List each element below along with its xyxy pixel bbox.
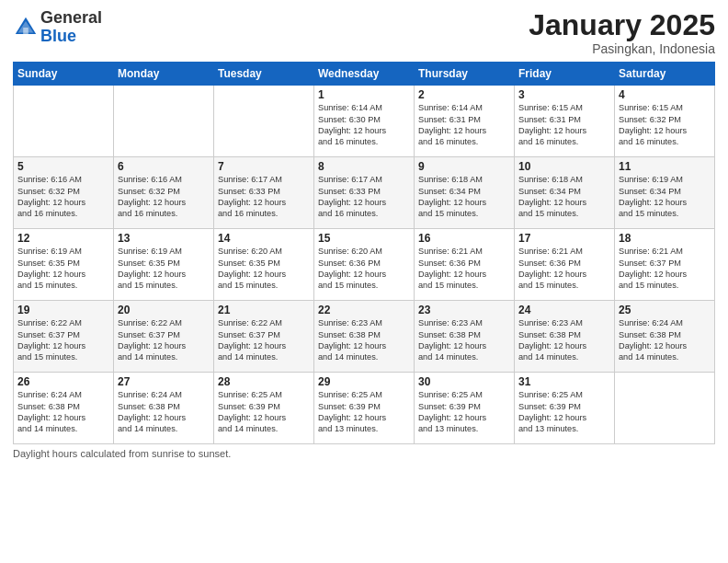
day-info: Sunrise: 6:22 AM Sunset: 6:37 PM Dayligh…	[218, 317, 310, 363]
day-info: Sunrise: 6:21 AM Sunset: 6:36 PM Dayligh…	[418, 246, 510, 292]
logo-general: General	[40, 9, 102, 28]
day-info: Sunrise: 6:15 AM Sunset: 6:32 PM Dayligh…	[619, 102, 711, 148]
day-info: Sunrise: 6:18 AM Sunset: 6:34 PM Dayligh…	[518, 174, 610, 220]
weekday-header-thursday: Thursday	[415, 63, 515, 86]
day-info: Sunrise: 6:25 AM Sunset: 6:39 PM Dayligh…	[218, 389, 310, 435]
day-info: Sunrise: 6:25 AM Sunset: 6:39 PM Dayligh…	[418, 389, 510, 435]
day-number: 16	[418, 232, 510, 245]
day-info: Sunrise: 6:23 AM Sunset: 6:38 PM Dayligh…	[518, 317, 610, 363]
day-number: 28	[218, 375, 310, 388]
day-number: 22	[318, 304, 410, 316]
day-number: 13	[118, 232, 210, 245]
calendar-week-2: 12Sunrise: 6:19 AM Sunset: 6:35 PM Dayli…	[14, 229, 715, 301]
day-number: 18	[619, 232, 711, 245]
calendar-week-3: 19Sunrise: 6:22 AM Sunset: 6:37 PM Dayli…	[14, 301, 715, 373]
day-info: Sunrise: 6:24 AM Sunset: 6:38 PM Dayligh…	[17, 389, 109, 435]
calendar-cell: 18Sunrise: 6:21 AM Sunset: 6:37 PM Dayli…	[615, 229, 715, 301]
calendar-cell: 12Sunrise: 6:19 AM Sunset: 6:35 PM Dayli…	[14, 229, 114, 301]
logo-icon	[13, 15, 39, 40]
day-info: Sunrise: 6:19 AM Sunset: 6:35 PM Dayligh…	[17, 246, 109, 292]
day-number: 12	[17, 232, 109, 245]
day-info: Sunrise: 6:24 AM Sunset: 6:38 PM Dayligh…	[619, 317, 711, 363]
day-number: 8	[318, 160, 410, 173]
logo: General Blue	[13, 9, 102, 46]
calendar-cell: 4Sunrise: 6:15 AM Sunset: 6:32 PM Daylig…	[615, 86, 715, 157]
calendar-cell: 14Sunrise: 6:20 AM Sunset: 6:35 PM Dayli…	[214, 229, 314, 301]
calendar-week-1: 5Sunrise: 6:16 AM Sunset: 6:32 PM Daylig…	[14, 157, 715, 229]
day-number: 1	[318, 88, 410, 101]
calendar-cell: 23Sunrise: 6:23 AM Sunset: 6:38 PM Dayli…	[415, 301, 515, 373]
calendar-cell: 16Sunrise: 6:21 AM Sunset: 6:36 PM Dayli…	[415, 229, 515, 301]
day-info: Sunrise: 6:25 AM Sunset: 6:39 PM Dayligh…	[318, 389, 410, 435]
calendar-cell: 9Sunrise: 6:18 AM Sunset: 6:34 PM Daylig…	[415, 157, 515, 229]
weekday-header-sunday: Sunday	[14, 63, 114, 86]
weekday-header-saturday: Saturday	[615, 63, 715, 86]
calendar-cell: 24Sunrise: 6:23 AM Sunset: 6:38 PM Dayli…	[515, 301, 615, 373]
footer-note: Daylight hours calculated from sunrise t…	[13, 448, 715, 459]
day-number: 6	[118, 160, 210, 173]
day-number: 25	[619, 304, 711, 316]
day-info: Sunrise: 6:17 AM Sunset: 6:33 PM Dayligh…	[218, 174, 310, 220]
calendar-cell: 26Sunrise: 6:24 AM Sunset: 6:38 PM Dayli…	[14, 373, 114, 444]
calendar-cell: 11Sunrise: 6:19 AM Sunset: 6:34 PM Dayli…	[615, 157, 715, 229]
day-number: 3	[518, 88, 610, 101]
weekday-header-friday: Friday	[515, 63, 615, 86]
calendar-cell	[14, 86, 114, 157]
month-title: January 2025	[529, 9, 715, 41]
calendar-cell: 3Sunrise: 6:15 AM Sunset: 6:31 PM Daylig…	[515, 86, 615, 157]
calendar-cell	[114, 86, 214, 157]
day-number: 9	[418, 160, 510, 173]
calendar-cell: 22Sunrise: 6:23 AM Sunset: 6:38 PM Dayli…	[314, 301, 415, 373]
location: Pasingkan, Indonesia	[529, 41, 715, 56]
day-info: Sunrise: 6:15 AM Sunset: 6:31 PM Dayligh…	[518, 102, 610, 148]
day-number: 11	[619, 160, 711, 173]
day-info: Sunrise: 6:23 AM Sunset: 6:38 PM Dayligh…	[318, 317, 410, 363]
day-info: Sunrise: 6:18 AM Sunset: 6:34 PM Dayligh…	[418, 174, 510, 220]
day-number: 20	[118, 304, 210, 316]
calendar-cell: 8Sunrise: 6:17 AM Sunset: 6:33 PM Daylig…	[314, 157, 415, 229]
calendar-cell: 2Sunrise: 6:14 AM Sunset: 6:31 PM Daylig…	[415, 86, 515, 157]
day-info: Sunrise: 6:22 AM Sunset: 6:37 PM Dayligh…	[17, 317, 109, 363]
calendar-cell: 30Sunrise: 6:25 AM Sunset: 6:39 PM Dayli…	[415, 373, 515, 444]
calendar-cell: 13Sunrise: 6:19 AM Sunset: 6:35 PM Dayli…	[114, 229, 214, 301]
calendar-cell: 1Sunrise: 6:14 AM Sunset: 6:30 PM Daylig…	[314, 86, 415, 157]
day-info: Sunrise: 6:24 AM Sunset: 6:38 PM Dayligh…	[118, 389, 210, 435]
day-number: 17	[518, 232, 610, 245]
calendar-cell: 15Sunrise: 6:20 AM Sunset: 6:36 PM Dayli…	[314, 229, 415, 301]
title-area: January 2025 Pasingkan, Indonesia	[529, 9, 715, 56]
day-number: 21	[218, 304, 310, 316]
day-number: 27	[118, 375, 210, 388]
svg-rect-2	[23, 28, 28, 34]
calendar-cell: 7Sunrise: 6:17 AM Sunset: 6:33 PM Daylig…	[214, 157, 314, 229]
weekday-header-monday: Monday	[114, 63, 214, 86]
day-info: Sunrise: 6:22 AM Sunset: 6:37 PM Dayligh…	[118, 317, 210, 363]
day-info: Sunrise: 6:19 AM Sunset: 6:34 PM Dayligh…	[619, 174, 711, 220]
day-info: Sunrise: 6:21 AM Sunset: 6:37 PM Dayligh…	[619, 246, 711, 292]
calendar-cell: 21Sunrise: 6:22 AM Sunset: 6:37 PM Dayli…	[214, 301, 314, 373]
weekday-header-tuesday: Tuesday	[214, 63, 314, 86]
calendar-cell: 20Sunrise: 6:22 AM Sunset: 6:37 PM Dayli…	[114, 301, 214, 373]
calendar-cell: 29Sunrise: 6:25 AM Sunset: 6:39 PM Dayli…	[314, 373, 415, 444]
calendar-cell: 27Sunrise: 6:24 AM Sunset: 6:38 PM Dayli…	[114, 373, 214, 444]
day-info: Sunrise: 6:16 AM Sunset: 6:32 PM Dayligh…	[118, 174, 210, 220]
calendar-table: SundayMondayTuesdayWednesdayThursdayFrid…	[13, 62, 715, 444]
day-info: Sunrise: 6:21 AM Sunset: 6:36 PM Dayligh…	[518, 246, 610, 292]
weekday-header-wednesday: Wednesday	[314, 63, 415, 86]
day-info: Sunrise: 6:20 AM Sunset: 6:35 PM Dayligh…	[218, 246, 310, 292]
day-number: 7	[218, 160, 310, 173]
day-number: 24	[518, 304, 610, 316]
weekday-header-row: SundayMondayTuesdayWednesdayThursdayFrid…	[14, 63, 715, 86]
calendar-cell	[615, 373, 715, 444]
logo-blue: Blue	[40, 28, 102, 46]
day-info: Sunrise: 6:25 AM Sunset: 6:39 PM Dayligh…	[518, 389, 610, 435]
daylight-note: calculated from sunrise to sunset.	[80, 448, 231, 459]
calendar-week-4: 26Sunrise: 6:24 AM Sunset: 6:38 PM Dayli…	[14, 373, 715, 444]
day-number: 10	[518, 160, 610, 173]
day-number: 30	[418, 375, 510, 388]
day-info: Sunrise: 6:17 AM Sunset: 6:33 PM Dayligh…	[318, 174, 410, 220]
calendar-week-0: 1Sunrise: 6:14 AM Sunset: 6:30 PM Daylig…	[14, 86, 715, 157]
calendar-cell: 25Sunrise: 6:24 AM Sunset: 6:38 PM Dayli…	[615, 301, 715, 373]
day-info: Sunrise: 6:23 AM Sunset: 6:38 PM Dayligh…	[418, 317, 510, 363]
day-number: 31	[518, 375, 610, 388]
day-info: Sunrise: 6:19 AM Sunset: 6:35 PM Dayligh…	[118, 246, 210, 292]
